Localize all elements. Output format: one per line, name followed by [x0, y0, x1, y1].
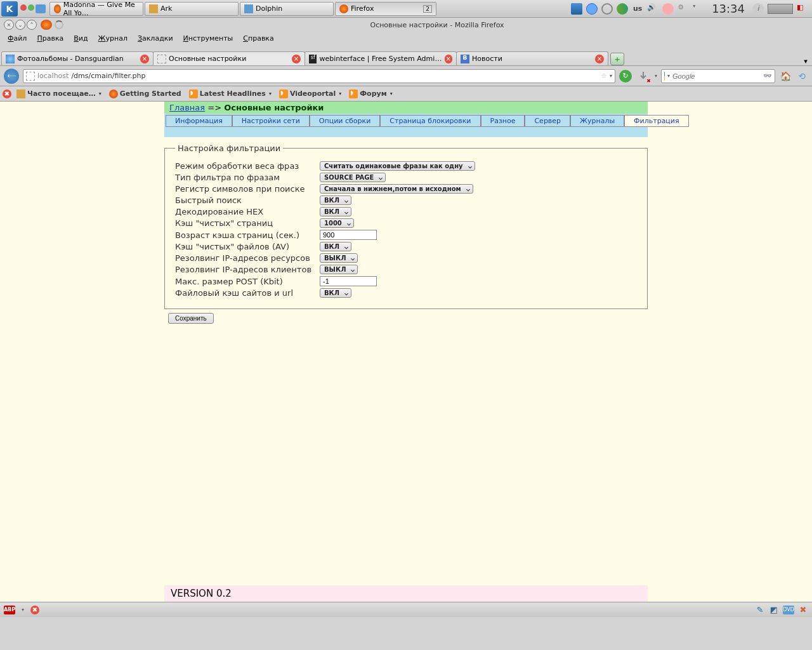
menu-item[interactable]: Инструменты — [178, 33, 239, 44]
favicon: B — [461, 55, 469, 63]
breadcrumb-home-link[interactable]: Главная — [169, 103, 205, 112]
page-nav-tab[interactable]: Разное — [481, 115, 525, 127]
menu-item[interactable]: Правка — [32, 33, 69, 44]
form-label: Режим обработки веса фраз — [175, 161, 320, 171]
text-input[interactable] — [320, 230, 377, 240]
tray-icon[interactable] — [617, 3, 628, 15]
dropdown-icon[interactable]: ▾ — [610, 73, 612, 79]
select-dropdown[interactable]: ВЫКЛ — [320, 265, 358, 274]
reload-button[interactable]: ↻ — [619, 70, 632, 83]
clock[interactable]: 13:34 — [712, 2, 745, 15]
close-icon[interactable]: × — [4, 20, 14, 30]
select-dropdown[interactable]: Сначала в нижнем,потом в исходном — [320, 184, 473, 194]
launcher-icon[interactable] — [36, 4, 46, 13]
keyboard-layout-indicator[interactable]: us — [632, 3, 643, 15]
bookmark-item[interactable]: Часто посещае…▾ — [14, 88, 104, 100]
page-nav-tab[interactable]: Опции сборки — [310, 115, 380, 127]
bookmark-item[interactable]: Getting Started — [107, 88, 184, 100]
form-label: Регистр символов при поиске — [175, 184, 320, 194]
taskbar-task[interactable]: Dolphin — [240, 2, 334, 16]
close-icon[interactable]: × — [292, 55, 301, 63]
browser-tab[interactable]: Основные настройки× — [153, 51, 305, 65]
minimize-icon[interactable]: ⌄ — [15, 20, 25, 30]
browser-tab[interactable]: BНовости× — [456, 51, 608, 65]
search-icon[interactable]: 👓 — [763, 72, 772, 80]
close-icon[interactable]: × — [445, 55, 452, 63]
page-nav-tab[interactable]: Настройки сети — [232, 115, 310, 127]
text-input[interactable] — [320, 276, 377, 286]
kde-start-button[interactable]: K — [1, 1, 18, 17]
select-dropdown[interactable]: Считать одинаковые фразы как одну — [320, 161, 475, 171]
form-row: Регистр символов при поискеСначала в ниж… — [175, 184, 637, 194]
google-icon[interactable] — [664, 72, 665, 81]
menu-item[interactable]: Вид — [69, 33, 93, 44]
select-dropdown[interactable]: 1000 — [320, 218, 354, 228]
tray-icon[interactable]: ⚙ — [678, 3, 689, 15]
dropdown-icon[interactable]: ▾ — [667, 73, 670, 79]
page-nav-tab[interactable]: Информация — [166, 115, 232, 127]
downloads-button[interactable] — [636, 69, 651, 84]
launcher-icon[interactable] — [20, 4, 27, 11]
form-row: Режим обработки веса фразСчитать одинако… — [175, 161, 637, 171]
dropdown-icon[interactable]: ▾ — [22, 607, 24, 613]
tray-icon[interactable] — [662, 3, 674, 15]
new-tab-button[interactable]: + — [610, 53, 624, 65]
taskbar-task[interactable]: Ark — [145, 2, 239, 16]
home-button[interactable]: 🏠 — [779, 70, 792, 83]
save-button[interactable]: Сохранить — [168, 313, 214, 324]
tabs-dropdown[interactable]: ▾ — [801, 57, 811, 65]
app-launchers — [20, 4, 46, 13]
tray-icon[interactable] — [601, 3, 613, 15]
task-label: Madonna — Give Me All Yo… — [63, 1, 139, 17]
select-dropdown[interactable]: ВКЛ — [320, 196, 351, 205]
menu-item[interactable]: Файл — [3, 33, 32, 44]
menu-item[interactable]: Журнал — [93, 33, 133, 44]
star-icon[interactable]: ☆ — [601, 72, 607, 80]
select-dropdown[interactable]: ВКЛ — [320, 207, 351, 216]
launcher-icon[interactable] — [28, 4, 34, 11]
site-identity-icon[interactable] — [26, 72, 35, 81]
bookmark-item[interactable]: Форум▾ — [346, 88, 395, 100]
tray-expand-icon[interactable]: ▾ — [693, 3, 704, 15]
sync-icon[interactable]: ⟲ — [796, 70, 808, 83]
logout-icon[interactable]: ◧ — [797, 3, 808, 15]
addon-icon[interactable]: DVD — [783, 606, 794, 614]
page-nav-tab[interactable]: Сервер — [525, 115, 570, 127]
addon-icon[interactable]: ✖ — [798, 605, 808, 615]
page-nav-tab[interactable]: Журналы — [570, 115, 624, 127]
info-icon[interactable]: i — [752, 3, 764, 15]
close-icon[interactable]: × — [140, 55, 149, 63]
browser-tab[interactable]: Фотоальбомы - Dansguardian× — [1, 51, 154, 65]
window-title: Основные настройки - Mozilla Firefox — [66, 21, 808, 29]
adblock-icon[interactable]: ABP — [4, 606, 15, 614]
close-icon[interactable]: × — [595, 55, 604, 63]
search-input[interactable] — [672, 72, 761, 80]
menu-item[interactable]: Справка — [238, 33, 278, 44]
menu-item[interactable]: Закладки — [133, 33, 178, 44]
noscript-icon[interactable]: ✖ — [30, 606, 39, 614]
bookmark-item[interactable]: Videoportal▾ — [277, 88, 344, 100]
select-dropdown[interactable]: ВКЛ — [320, 242, 351, 251]
desktop-pager[interactable] — [768, 4, 793, 14]
task-count: 2 — [423, 5, 432, 13]
page-nav-tab[interactable]: Фильтрация — [624, 115, 689, 127]
back-button[interactable]: ⬸ — [4, 69, 19, 84]
select-dropdown[interactable]: ВЫКЛ — [320, 253, 358, 263]
select-dropdown[interactable]: SOURCE PAGE — [320, 173, 386, 182]
volume-icon[interactable]: 🔊 — [647, 3, 658, 15]
browser-tab[interactable]: sfwebinterface | Free System Administr…× — [304, 51, 457, 65]
noscript-icon[interactable]: ✖ — [3, 90, 11, 98]
dropdown-icon[interactable]: ▾ — [655, 73, 657, 79]
taskbar-task[interactable]: Madonna — Give Me All Yo… — [49, 2, 143, 16]
search-box[interactable]: ▾ 👓 — [661, 69, 775, 83]
select-dropdown[interactable]: ВКЛ — [320, 288, 351, 298]
taskbar-task[interactable]: Firefox2 — [335, 2, 436, 16]
tray-icon[interactable] — [571, 3, 582, 15]
maximize-icon[interactable]: ⌃ — [27, 20, 37, 30]
addon-icon[interactable]: ✎ — [755, 605, 765, 615]
tray-icon[interactable] — [586, 3, 598, 15]
bookmark-item[interactable]: Latest Headlines▾ — [187, 88, 274, 100]
url-bar[interactable]: localhost/dms/cmain/filter.php ☆ ▾ — [23, 69, 615, 83]
addon-icon[interactable]: ◩ — [769, 605, 779, 615]
page-nav-tab[interactable]: Страница блокировки — [380, 115, 480, 127]
